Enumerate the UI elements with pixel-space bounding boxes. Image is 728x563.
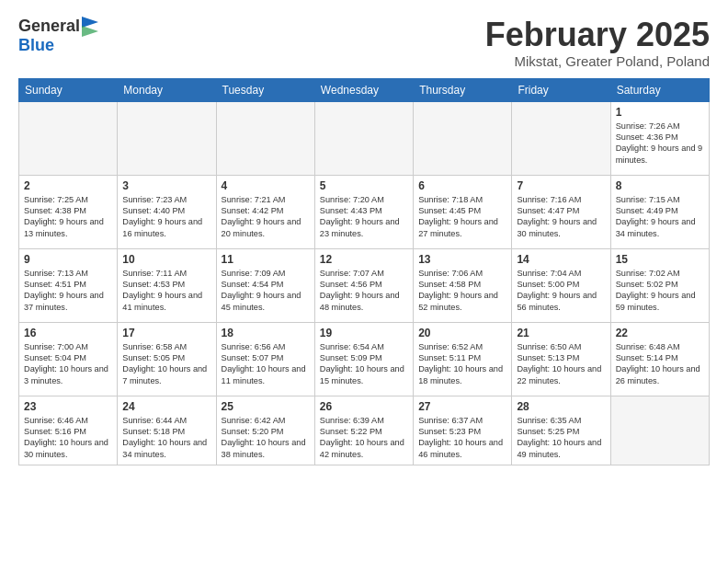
day-info: Sunrise: 7:02 AM Sunset: 5:02 PM Dayligh… <box>616 268 704 314</box>
day-info: Sunrise: 6:44 AM Sunset: 5:18 PM Dayligh… <box>122 415 210 461</box>
page-container: General Blue February 2025 Mikstat, Grea… <box>0 0 728 475</box>
day-number: 4 <box>222 179 310 192</box>
table-row <box>610 396 709 465</box>
calendar-header-row: Sunday Monday Tuesday Wednesday Thursday… <box>19 78 710 101</box>
svg-marker-0 <box>82 17 98 28</box>
table-row: 8Sunrise: 7:15 AM Sunset: 4:49 PM Daylig… <box>610 175 709 248</box>
day-number: 18 <box>222 327 310 339</box>
table-row: 28Sunrise: 6:35 AM Sunset: 5:25 PM Dayli… <box>512 396 610 465</box>
table-row: 18Sunrise: 6:56 AM Sunset: 5:07 PM Dayli… <box>216 322 314 396</box>
header-area: General Blue February 2025 Mikstat, Grea… <box>18 17 710 69</box>
day-number: 8 <box>616 179 704 192</box>
day-info: Sunrise: 7:20 AM Sunset: 4:43 PM Dayligh… <box>320 194 408 240</box>
col-thursday: Thursday <box>414 78 512 101</box>
svg-marker-1 <box>82 26 98 37</box>
table-row <box>414 101 512 175</box>
day-number: 3 <box>122 179 210 192</box>
day-info: Sunrise: 7:04 AM Sunset: 5:00 PM Dayligh… <box>517 268 605 314</box>
day-number: 24 <box>122 400 210 413</box>
table-row: 27Sunrise: 6:37 AM Sunset: 5:23 PM Dayli… <box>414 396 512 465</box>
day-number: 6 <box>418 179 506 192</box>
day-number: 2 <box>24 179 112 192</box>
day-info: Sunrise: 6:52 AM Sunset: 5:11 PM Dayligh… <box>418 341 506 387</box>
day-info: Sunrise: 7:09 AM Sunset: 4:54 PM Dayligh… <box>222 268 310 314</box>
table-row: 6Sunrise: 7:18 AM Sunset: 4:45 PM Daylig… <box>414 175 512 248</box>
day-number: 1 <box>616 106 704 119</box>
day-info: Sunrise: 6:37 AM Sunset: 5:23 PM Dayligh… <box>418 415 506 461</box>
table-row: 9Sunrise: 7:13 AM Sunset: 4:51 PM Daylig… <box>19 248 118 322</box>
calendar-table: Sunday Monday Tuesday Wednesday Thursday… <box>18 78 710 465</box>
col-monday: Monday <box>118 78 216 101</box>
day-info: Sunrise: 6:54 AM Sunset: 5:09 PM Dayligh… <box>320 341 408 387</box>
table-row: 12Sunrise: 7:07 AM Sunset: 4:56 PM Dayli… <box>314 248 413 322</box>
day-info: Sunrise: 7:25 AM Sunset: 4:38 PM Dayligh… <box>24 194 112 240</box>
day-info: Sunrise: 6:42 AM Sunset: 5:20 PM Dayligh… <box>222 415 310 461</box>
day-info: Sunrise: 6:35 AM Sunset: 5:25 PM Dayligh… <box>517 415 605 461</box>
table-row: 1Sunrise: 7:26 AM Sunset: 4:36 PM Daylig… <box>610 101 709 175</box>
day-number: 23 <box>24 400 112 413</box>
table-row: 24Sunrise: 6:44 AM Sunset: 5:18 PM Dayli… <box>118 396 216 465</box>
location-title: Mikstat, Greater Poland, Poland <box>485 53 710 69</box>
table-row: 25Sunrise: 6:42 AM Sunset: 5:20 PM Dayli… <box>216 396 314 465</box>
month-title: February 2025 <box>485 17 710 53</box>
day-info: Sunrise: 7:26 AM Sunset: 4:36 PM Dayligh… <box>616 121 704 167</box>
table-row: 17Sunrise: 6:58 AM Sunset: 5:05 PM Dayli… <box>118 322 216 396</box>
day-info: Sunrise: 7:11 AM Sunset: 4:53 PM Dayligh… <box>122 268 210 314</box>
title-area: February 2025 Mikstat, Greater Poland, P… <box>485 17 710 69</box>
day-info: Sunrise: 7:13 AM Sunset: 4:51 PM Dayligh… <box>24 268 112 314</box>
day-number: 14 <box>517 253 605 266</box>
day-number: 13 <box>418 253 506 266</box>
table-row <box>118 101 216 175</box>
table-row: 10Sunrise: 7:11 AM Sunset: 4:53 PM Dayli… <box>118 248 216 322</box>
col-sunday: Sunday <box>19 78 118 101</box>
day-info: Sunrise: 6:58 AM Sunset: 5:05 PM Dayligh… <box>122 341 210 387</box>
day-info: Sunrise: 7:07 AM Sunset: 4:56 PM Dayligh… <box>320 268 408 314</box>
day-number: 10 <box>122 253 210 266</box>
table-row: 3Sunrise: 7:23 AM Sunset: 4:40 PM Daylig… <box>118 175 216 248</box>
col-tuesday: Tuesday <box>216 78 314 101</box>
table-row: 7Sunrise: 7:16 AM Sunset: 4:47 PM Daylig… <box>512 175 610 248</box>
table-row: 15Sunrise: 7:02 AM Sunset: 5:02 PM Dayli… <box>610 248 709 322</box>
day-info: Sunrise: 6:50 AM Sunset: 5:13 PM Dayligh… <box>517 341 605 387</box>
day-number: 7 <box>517 179 605 192</box>
logo-general: General <box>18 17 80 36</box>
table-row: 2Sunrise: 7:25 AM Sunset: 4:38 PM Daylig… <box>19 175 118 248</box>
day-number: 27 <box>418 400 506 413</box>
day-number: 21 <box>517 327 605 339</box>
day-info: Sunrise: 7:16 AM Sunset: 4:47 PM Dayligh… <box>517 194 605 240</box>
day-number: 28 <box>517 400 605 413</box>
table-row: 21Sunrise: 6:50 AM Sunset: 5:13 PM Dayli… <box>512 322 610 396</box>
day-info: Sunrise: 7:23 AM Sunset: 4:40 PM Dayligh… <box>122 194 210 240</box>
day-number: 17 <box>122 327 210 339</box>
day-info: Sunrise: 7:15 AM Sunset: 4:49 PM Dayligh… <box>616 194 704 240</box>
table-row: 26Sunrise: 6:39 AM Sunset: 5:22 PM Dayli… <box>314 396 413 465</box>
day-info: Sunrise: 7:18 AM Sunset: 4:45 PM Dayligh… <box>418 194 506 240</box>
day-number: 5 <box>320 179 408 192</box>
day-info: Sunrise: 7:06 AM Sunset: 4:58 PM Dayligh… <box>418 268 506 314</box>
table-row: 5Sunrise: 7:20 AM Sunset: 4:43 PM Daylig… <box>314 175 413 248</box>
day-info: Sunrise: 6:39 AM Sunset: 5:22 PM Dayligh… <box>320 415 408 461</box>
table-row: 20Sunrise: 6:52 AM Sunset: 5:11 PM Dayli… <box>414 322 512 396</box>
col-wednesday: Wednesday <box>314 78 413 101</box>
day-info: Sunrise: 7:00 AM Sunset: 5:04 PM Dayligh… <box>24 341 112 387</box>
table-row <box>512 101 610 175</box>
logo: General Blue <box>18 17 98 55</box>
day-number: 11 <box>222 253 310 266</box>
day-number: 20 <box>418 327 506 339</box>
table-row <box>314 101 413 175</box>
logo-flag-icon <box>82 17 98 37</box>
day-number: 19 <box>320 327 408 339</box>
table-row: 14Sunrise: 7:04 AM Sunset: 5:00 PM Dayli… <box>512 248 610 322</box>
day-number: 15 <box>616 253 704 266</box>
col-friday: Friday <box>512 78 610 101</box>
day-info: Sunrise: 7:21 AM Sunset: 4:42 PM Dayligh… <box>222 194 310 240</box>
day-number: 12 <box>320 253 408 266</box>
table-row: 13Sunrise: 7:06 AM Sunset: 4:58 PM Dayli… <box>414 248 512 322</box>
table-row: 11Sunrise: 7:09 AM Sunset: 4:54 PM Dayli… <box>216 248 314 322</box>
table-row: 16Sunrise: 7:00 AM Sunset: 5:04 PM Dayli… <box>19 322 118 396</box>
table-row: 4Sunrise: 7:21 AM Sunset: 4:42 PM Daylig… <box>216 175 314 248</box>
day-number: 25 <box>222 400 310 413</box>
table-row: 22Sunrise: 6:48 AM Sunset: 5:14 PM Dayli… <box>610 322 709 396</box>
table-row <box>19 101 118 175</box>
day-number: 26 <box>320 400 408 413</box>
